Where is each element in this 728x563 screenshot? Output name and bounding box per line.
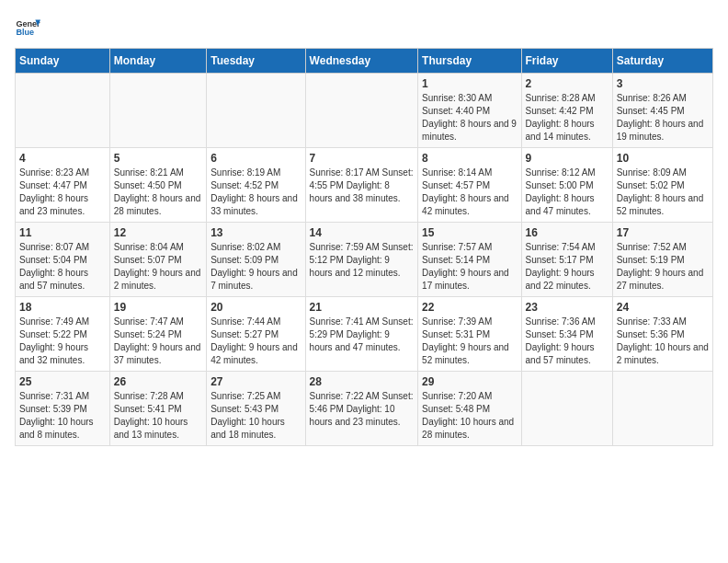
calendar-cell: 12Sunrise: 8:04 AM Sunset: 5:07 PM Dayli… xyxy=(109,223,206,297)
day-number: 8 xyxy=(422,152,517,165)
day-info: Sunrise: 7:41 AM Sunset: 5:29 PM Dayligh… xyxy=(310,316,414,354)
day-number: 1 xyxy=(422,77,517,90)
day-info: Sunrise: 8:19 AM Sunset: 4:52 PM Dayligh… xyxy=(210,167,301,218)
day-info: Sunrise: 7:49 AM Sunset: 5:22 PM Dayligh… xyxy=(19,316,106,367)
calendar-header-row: SundayMondayTuesdayWednesdayThursdayFrid… xyxy=(16,49,713,74)
calendar-cell: 6Sunrise: 8:19 AM Sunset: 4:52 PM Daylig… xyxy=(207,148,305,223)
calendar-week-1: 4Sunrise: 8:23 AM Sunset: 4:47 PM Daylig… xyxy=(16,148,713,223)
day-info: Sunrise: 8:21 AM Sunset: 4:50 PM Dayligh… xyxy=(114,167,202,218)
calendar-cell: 15Sunrise: 7:57 AM Sunset: 5:14 PM Dayli… xyxy=(418,223,521,297)
calendar-cell: 13Sunrise: 8:02 AM Sunset: 5:09 PM Dayli… xyxy=(207,223,305,297)
calendar-cell: 25Sunrise: 7:31 AM Sunset: 5:39 PM Dayli… xyxy=(16,372,110,446)
header-thursday: Thursday xyxy=(418,49,521,74)
day-number: 28 xyxy=(310,375,414,388)
calendar-cell xyxy=(521,372,612,446)
day-info: Sunrise: 8:30 AM Sunset: 4:40 PM Dayligh… xyxy=(422,92,517,144)
header-saturday: Saturday xyxy=(612,49,712,74)
day-info: Sunrise: 8:09 AM Sunset: 5:02 PM Dayligh… xyxy=(617,167,709,218)
day-number: 19 xyxy=(114,301,202,314)
day-info: Sunrise: 8:02 AM Sunset: 5:09 PM Dayligh… xyxy=(210,241,301,293)
calendar-week-3: 18Sunrise: 7:49 AM Sunset: 5:22 PM Dayli… xyxy=(16,297,713,372)
calendar-week-2: 11Sunrise: 8:07 AM Sunset: 5:04 PM Dayli… xyxy=(16,223,713,297)
calendar-cell: 16Sunrise: 7:54 AM Sunset: 5:17 PM Dayli… xyxy=(521,223,612,297)
day-info: Sunrise: 7:47 AM Sunset: 5:24 PM Dayligh… xyxy=(114,316,202,367)
calendar-cell: 19Sunrise: 7:47 AM Sunset: 5:24 PM Dayli… xyxy=(109,297,206,372)
day-info: Sunrise: 7:20 AM Sunset: 5:48 PM Dayligh… xyxy=(422,390,517,442)
calendar-cell: 21Sunrise: 7:41 AM Sunset: 5:29 PM Dayli… xyxy=(305,297,417,372)
day-info: Sunrise: 7:22 AM Sunset: 5:46 PM Dayligh… xyxy=(310,390,414,429)
day-info: Sunrise: 8:04 AM Sunset: 5:07 PM Dayligh… xyxy=(114,241,202,293)
calendar-cell: 3Sunrise: 8:26 AM Sunset: 4:45 PM Daylig… xyxy=(612,74,712,148)
calendar-cell: 29Sunrise: 7:20 AM Sunset: 5:48 PM Dayli… xyxy=(418,372,521,446)
day-number: 27 xyxy=(210,375,301,388)
day-number: 17 xyxy=(617,226,709,239)
day-info: Sunrise: 8:07 AM Sunset: 5:04 PM Dayligh… xyxy=(19,241,106,293)
day-info: Sunrise: 8:14 AM Sunset: 4:57 PM Dayligh… xyxy=(422,167,517,218)
calendar-cell: 5Sunrise: 8:21 AM Sunset: 4:50 PM Daylig… xyxy=(109,148,206,223)
day-info: Sunrise: 7:25 AM Sunset: 5:43 PM Dayligh… xyxy=(210,390,301,442)
day-info: Sunrise: 7:52 AM Sunset: 5:19 PM Dayligh… xyxy=(617,241,709,293)
calendar-cell: 18Sunrise: 7:49 AM Sunset: 5:22 PM Dayli… xyxy=(16,297,110,372)
day-number: 25 xyxy=(19,375,106,388)
logo: General Blue xyxy=(15,15,40,40)
day-info: Sunrise: 7:36 AM Sunset: 5:34 PM Dayligh… xyxy=(526,316,609,367)
calendar-cell: 26Sunrise: 7:28 AM Sunset: 5:41 PM Dayli… xyxy=(109,372,206,446)
calendar-cell: 8Sunrise: 8:14 AM Sunset: 4:57 PM Daylig… xyxy=(418,148,521,223)
calendar-cell: 20Sunrise: 7:44 AM Sunset: 5:27 PM Dayli… xyxy=(207,297,305,372)
logo-icon: General Blue xyxy=(15,15,40,40)
calendar-cell: 11Sunrise: 8:07 AM Sunset: 5:04 PM Dayli… xyxy=(16,223,110,297)
day-number: 3 xyxy=(617,77,709,90)
day-number: 23 xyxy=(526,301,609,314)
day-number: 20 xyxy=(210,301,301,314)
day-number: 15 xyxy=(422,226,517,239)
calendar-table: SundayMondayTuesdayWednesdayThursdayFrid… xyxy=(15,48,713,446)
calendar-cell: 28Sunrise: 7:22 AM Sunset: 5:46 PM Dayli… xyxy=(305,372,417,446)
calendar-cell: 22Sunrise: 7:39 AM Sunset: 5:31 PM Dayli… xyxy=(418,297,521,372)
calendar-cell xyxy=(612,372,712,446)
day-info: Sunrise: 8:12 AM Sunset: 5:00 PM Dayligh… xyxy=(526,167,609,218)
calendar-cell: 2Sunrise: 8:28 AM Sunset: 4:42 PM Daylig… xyxy=(521,74,612,148)
calendar-cell xyxy=(207,74,305,148)
header-monday: Monday xyxy=(109,49,206,74)
header-friday: Friday xyxy=(521,49,612,74)
day-number: 16 xyxy=(526,226,609,239)
day-info: Sunrise: 7:57 AM Sunset: 5:14 PM Dayligh… xyxy=(422,241,517,293)
day-number: 13 xyxy=(210,226,301,239)
day-number: 21 xyxy=(310,301,414,314)
calendar-cell: 23Sunrise: 7:36 AM Sunset: 5:34 PM Dayli… xyxy=(521,297,612,372)
header-tuesday: Tuesday xyxy=(207,49,305,74)
day-info: Sunrise: 8:26 AM Sunset: 4:45 PM Dayligh… xyxy=(617,92,709,144)
day-info: Sunrise: 8:28 AM Sunset: 4:42 PM Dayligh… xyxy=(526,92,609,144)
day-number: 5 xyxy=(114,152,202,165)
day-number: 24 xyxy=(617,301,709,314)
day-number: 9 xyxy=(526,152,609,165)
calendar-cell xyxy=(16,74,110,148)
day-number: 6 xyxy=(210,152,301,165)
day-number: 14 xyxy=(310,226,414,239)
calendar-cell xyxy=(109,74,206,148)
day-number: 12 xyxy=(114,226,202,239)
calendar-week-0: 1Sunrise: 8:30 AM Sunset: 4:40 PM Daylig… xyxy=(16,74,713,148)
calendar-cell: 27Sunrise: 7:25 AM Sunset: 5:43 PM Dayli… xyxy=(207,372,305,446)
calendar-cell: 7Sunrise: 8:17 AM Sunset: 4:55 PM Daylig… xyxy=(305,148,417,223)
day-number: 11 xyxy=(19,226,106,239)
header: General Blue xyxy=(15,15,713,40)
day-info: Sunrise: 7:59 AM Sunset: 5:12 PM Dayligh… xyxy=(310,241,414,280)
day-number: 26 xyxy=(114,375,202,388)
day-number: 18 xyxy=(19,301,106,314)
day-info: Sunrise: 7:31 AM Sunset: 5:39 PM Dayligh… xyxy=(19,390,106,442)
calendar-cell: 9Sunrise: 8:12 AM Sunset: 5:00 PM Daylig… xyxy=(521,148,612,223)
header-wednesday: Wednesday xyxy=(305,49,417,74)
calendar-cell: 4Sunrise: 8:23 AM Sunset: 4:47 PM Daylig… xyxy=(16,148,110,223)
day-number: 2 xyxy=(526,77,609,90)
day-number: 29 xyxy=(422,375,517,388)
day-number: 7 xyxy=(310,152,414,165)
day-info: Sunrise: 7:28 AM Sunset: 5:41 PM Dayligh… xyxy=(114,390,202,442)
day-info: Sunrise: 7:44 AM Sunset: 5:27 PM Dayligh… xyxy=(210,316,301,367)
day-number: 22 xyxy=(422,301,517,314)
calendar-cell: 14Sunrise: 7:59 AM Sunset: 5:12 PM Dayli… xyxy=(305,223,417,297)
calendar-cell xyxy=(305,74,417,148)
day-number: 4 xyxy=(19,152,106,165)
day-info: Sunrise: 7:39 AM Sunset: 5:31 PM Dayligh… xyxy=(422,316,517,367)
calendar-cell: 10Sunrise: 8:09 AM Sunset: 5:02 PM Dayli… xyxy=(612,148,712,223)
